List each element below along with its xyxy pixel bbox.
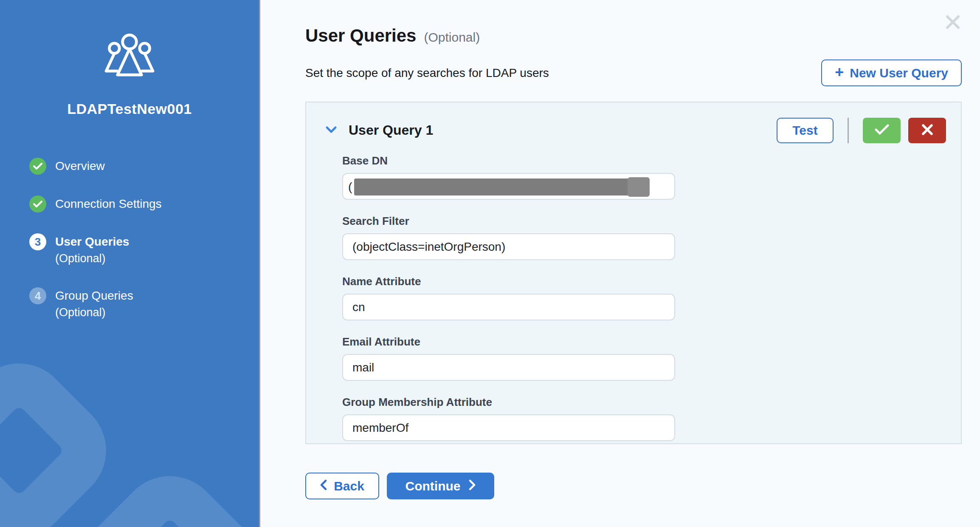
email-attribute-field: Email Attribute mail <box>342 335 675 381</box>
delete-query-button[interactable] <box>908 118 946 143</box>
redaction-bar-end <box>628 177 650 197</box>
collapse-query-button[interactable] <box>325 125 338 136</box>
step-label: Group Queries <box>55 287 133 304</box>
connection-name: LDAPTestNew001 <box>0 101 259 117</box>
chevron-down-icon <box>325 125 338 136</box>
ldap-setup-wizard: LDAPTestNew001 Overview Connection Setti… <box>0 0 980 527</box>
email-attribute-label: Email Attribute <box>342 335 675 348</box>
page-title-optional: (Optional) <box>424 30 480 45</box>
step-number-badge: 3 <box>29 233 46 250</box>
page-subtitle: Set the scope of any searches for LDAP u… <box>305 66 549 80</box>
group-membership-attribute-field: Group Membership Attribute memberOf <box>342 396 675 441</box>
sidebar: LDAPTestNew001 Overview Connection Setti… <box>0 0 260 527</box>
query-fields: Base DN ( Search Filter (objectClass=ine… <box>342 154 675 441</box>
search-filter-field: Search Filter (objectClass=inetOrgPerson… <box>342 215 675 260</box>
redacted-value-fragment: ( <box>348 180 352 194</box>
step-label: User Queries <box>55 233 129 250</box>
back-label: Back <box>334 479 364 493</box>
step-label: Overview <box>55 158 105 175</box>
search-filter-input[interactable]: (objectClass=inetOrgPerson) <box>342 233 675 260</box>
group-membership-attribute-value: memberOf <box>352 421 408 435</box>
new-user-query-label: New User Query <box>850 66 948 80</box>
name-attribute-input[interactable]: cn <box>342 294 675 320</box>
email-attribute-value: mail <box>352 361 374 374</box>
watermark-diamond-2 <box>62 455 260 527</box>
test-button[interactable]: Test <box>777 118 834 143</box>
check-icon <box>875 124 889 136</box>
main-content: User Queries (Optional) Set the scope of… <box>260 0 980 527</box>
wizard-footer: Back Continue <box>305 473 980 499</box>
base-dn-input[interactable]: ( <box>342 173 675 200</box>
name-attribute-label: Name Attribute <box>342 275 675 288</box>
step-number-badge: 4 <box>29 287 46 304</box>
group-membership-attribute-label: Group Membership Attribute <box>342 396 675 409</box>
watermark-diamond-1 <box>0 342 127 527</box>
close-icon[interactable] <box>943 13 962 31</box>
group-people-icon <box>98 32 161 79</box>
step-sublabel: (Optional) <box>55 304 133 320</box>
search-filter-value: (objectClass=inetOrgPerson) <box>352 240 505 254</box>
sidebar-step-user-queries[interactable]: 3 User Queries (Optional) <box>29 233 259 266</box>
email-attribute-input[interactable]: mail <box>342 354 675 381</box>
x-icon <box>921 124 933 137</box>
check-circle-icon <box>29 158 46 175</box>
step-label: Connection Settings <box>55 196 162 212</box>
page-header: User Queries (Optional) <box>305 26 980 46</box>
page-title: User Queries <box>305 26 416 46</box>
chevron-left-icon <box>320 479 327 493</box>
continue-button[interactable]: Continue <box>387 473 494 499</box>
plus-icon: + <box>835 65 844 80</box>
query-title: User Query 1 <box>349 122 433 138</box>
continue-label: Continue <box>406 479 461 493</box>
search-filter-label: Search Filter <box>342 215 675 228</box>
sidebar-step-group-queries[interactable]: 4 Group Queries (Optional) <box>29 287 259 320</box>
sidebar-step-overview[interactable]: Overview <box>29 158 259 175</box>
base-dn-field: Base DN ( <box>342 154 675 200</box>
new-user-query-button[interactable]: + New User Query <box>821 60 962 86</box>
group-membership-attribute-input[interactable]: memberOf <box>342 414 675 441</box>
name-attribute-field: Name Attribute cn <box>342 275 675 320</box>
user-query-panel-header: User Query 1 Test <box>306 117 961 144</box>
chevron-right-icon <box>469 479 476 493</box>
vertical-divider <box>848 118 849 143</box>
redaction-bar <box>354 178 631 196</box>
step-sublabel: (Optional) <box>55 250 129 266</box>
back-button[interactable]: Back <box>305 473 379 499</box>
check-circle-icon <box>29 196 46 212</box>
sidebar-step-connection-settings[interactable]: Connection Settings <box>29 196 259 212</box>
base-dn-label: Base DN <box>342 154 675 167</box>
confirm-query-button[interactable] <box>863 118 901 143</box>
user-query-panel: User Query 1 Test <box>305 102 962 444</box>
wizard-steps: Overview Connection Settings 3 User Quer… <box>29 158 259 320</box>
name-attribute-value: cn <box>352 300 365 314</box>
